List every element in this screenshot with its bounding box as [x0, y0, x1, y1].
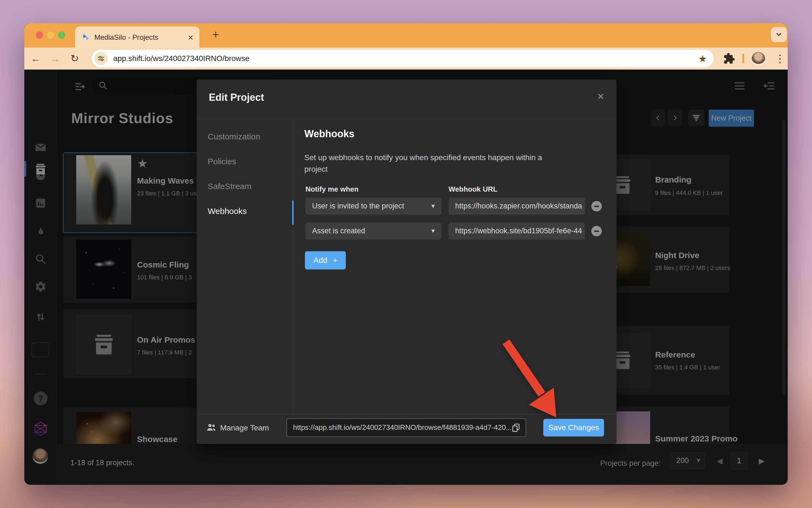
manage-team-button[interactable]: Manage Team: [220, 424, 269, 432]
tab-webhooks[interactable]: Webhooks: [208, 207, 247, 216]
chevron-down-icon: [775, 31, 783, 38]
forward-button[interactable]: →: [49, 52, 62, 65]
webhook-url-value: https://webhook.site/bd1905bf-fe6e-44: [455, 227, 582, 235]
notify-label: Notify me when: [306, 185, 359, 194]
browser-menu-icon[interactable]: ⋮: [774, 51, 785, 66]
share-url-field[interactable]: https://app.shift.io/ws/240027340IRNO/br…: [286, 418, 526, 437]
url-bar[interactable]: app.shift.io/ws/240027340IRNO/browse ★: [92, 50, 714, 68]
annotation-arrow: [494, 334, 566, 425]
browser-profile-avatar[interactable]: [751, 51, 766, 66]
webhook-url-input-1[interactable]: https://hooks.zapier.com/hooks/standa: [449, 198, 585, 215]
window-close-button[interactable]: [36, 32, 43, 39]
site-settings-icon[interactable]: [94, 52, 108, 65]
add-webhook-button[interactable]: Add +: [305, 251, 346, 269]
tab-close-icon[interactable]: ×: [188, 32, 193, 43]
event-select-2[interactable]: Asset is created ▾: [306, 222, 441, 240]
bookmark-star-icon[interactable]: ★: [698, 53, 707, 65]
browser-tab[interactable]: MediaSilo - Projects ×: [75, 27, 199, 47]
remove-webhook-button-2[interactable]: [591, 226, 602, 236]
event-select-value: Asset is created: [312, 227, 365, 235]
back-button[interactable]: ←: [29, 52, 43, 65]
modal-header-divider: [197, 119, 616, 119]
modal-close-icon[interactable]: ×: [597, 89, 604, 103]
add-label: Add: [314, 256, 327, 264]
webhook-url-value: https://hooks.zapier.com/hooks/standa: [455, 202, 582, 210]
app-content: ? Mirror Studios: [24, 70, 788, 485]
event-select-value: User is invited to the project: [312, 202, 404, 210]
tab-policies[interactable]: Policies: [208, 157, 236, 166]
new-tab-button[interactable]: +: [209, 28, 222, 42]
tab-strip-chevron-button[interactable]: [771, 27, 787, 42]
chevron-down-icon: ▾: [432, 227, 435, 235]
window-zoom-button[interactable]: [58, 32, 65, 39]
plus-icon: +: [333, 256, 337, 264]
extensions-icon[interactable]: [723, 52, 735, 65]
tab-title: MediaSilo - Projects: [94, 33, 158, 42]
tab-safestream[interactable]: SafeStream: [208, 182, 251, 191]
url-text: app.shift.io/ws/240027340IRNO/browse: [113, 54, 249, 63]
browser-tab-strip: MediaSilo - Projects × +: [24, 23, 788, 47]
active-tab-indicator: [292, 201, 294, 225]
reload-button[interactable]: ↻: [68, 52, 81, 65]
webhook-url-input-2[interactable]: https://webhook.site/bd1905bf-fe6e-44: [449, 222, 585, 240]
modal-title: Edit Project: [209, 92, 264, 103]
event-select-1[interactable]: User is invited to the project ▾: [306, 198, 441, 215]
browser-toolbar: ← → ↻ app.shift.io/ws/240027340IRNO/brow…: [24, 47, 788, 70]
browser-window: MediaSilo - Projects × + ← → ↻ app.shift…: [24, 23, 788, 485]
mediasilo-favicon: [82, 33, 91, 41]
tab-customization[interactable]: Customization: [208, 132, 260, 141]
desktop-wallpaper: MediaSilo - Projects × + ← → ↻ app.shift…: [0, 0, 812, 508]
chevron-down-icon: ▾: [432, 202, 435, 210]
webhooks-heading: Webhooks: [304, 128, 354, 140]
remove-webhook-button-1[interactable]: [591, 201, 602, 211]
share-url-value: https://app.shift.io/ws/240027340IRNO/br…: [293, 423, 512, 432]
manage-team-icon: [206, 422, 217, 433]
window-minimize-button[interactable]: [47, 32, 54, 39]
modal-nav-divider: [293, 119, 294, 414]
toolbar-separator: [742, 53, 744, 64]
webhooks-description: Set up webhooks to notify you when speci…: [304, 152, 553, 175]
webhook-url-label: Webhook URL: [449, 185, 497, 194]
